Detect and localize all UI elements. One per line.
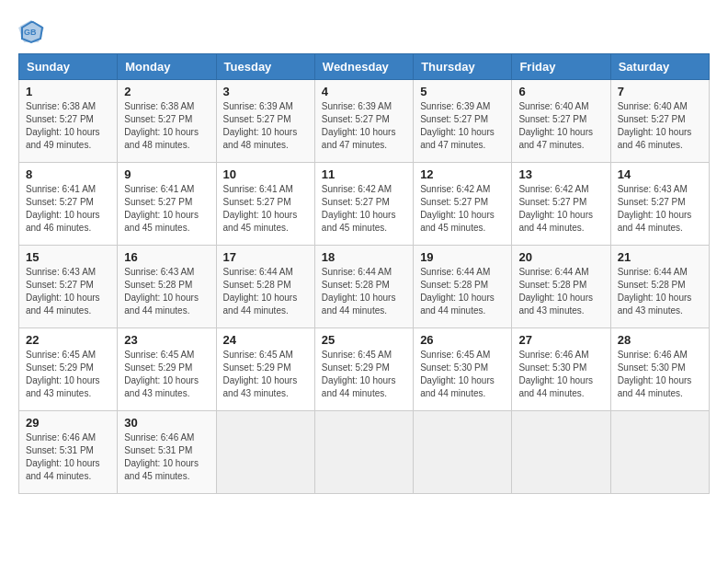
day-number: 10 [223, 167, 308, 181]
calendar-day-14: 14Sunrise: 6:43 AM Sunset: 5:27 PM Dayli… [610, 163, 709, 246]
day-number: 22 [26, 333, 110, 347]
calendar-day-12: 12Sunrise: 6:42 AM Sunset: 5:27 PM Dayli… [414, 163, 512, 246]
day-number: 12 [420, 167, 505, 181]
calendar-day-23: 23Sunrise: 6:45 AM Sunset: 5:29 PM Dayli… [118, 328, 216, 411]
day-number: 2 [124, 85, 209, 98]
day-detail: Sunrise: 6:39 AM Sunset: 5:27 PM Dayligh… [223, 100, 308, 152]
calendar-day-22: 22Sunrise: 6:45 AM Sunset: 5:29 PM Dayli… [19, 328, 118, 411]
day-detail: Sunrise: 6:43 AM Sunset: 5:27 PM Dayligh… [26, 266, 110, 317]
header-monday: Monday [118, 54, 216, 80]
day-number: 13 [518, 167, 603, 181]
calendar-day-4: 4Sunrise: 6:39 AM Sunset: 5:27 PM Daylig… [314, 80, 413, 163]
day-detail: Sunrise: 6:45 AM Sunset: 5:30 PM Dayligh… [420, 349, 505, 400]
day-number: 28 [618, 333, 702, 347]
day-detail: Sunrise: 6:41 AM Sunset: 5:27 PM Dayligh… [223, 183, 308, 235]
calendar-day-7: 7Sunrise: 6:40 AM Sunset: 5:27 PM Daylig… [610, 80, 709, 163]
calendar-empty [216, 411, 314, 494]
day-number: 14 [618, 167, 702, 181]
calendar-empty [314, 411, 413, 494]
calendar-day-3: 3Sunrise: 6:39 AM Sunset: 5:27 PM Daylig… [216, 80, 314, 163]
day-detail: Sunrise: 6:44 AM Sunset: 5:28 PM Dayligh… [322, 266, 406, 317]
day-number: 20 [518, 250, 603, 264]
day-detail: Sunrise: 6:41 AM Sunset: 5:27 PM Dayligh… [124, 183, 209, 235]
day-number: 19 [420, 250, 505, 264]
calendar-day-28: 28Sunrise: 6:46 AM Sunset: 5:30 PM Dayli… [610, 328, 709, 411]
day-detail: Sunrise: 6:42 AM Sunset: 5:27 PM Dayligh… [518, 183, 603, 235]
calendar-day-9: 9Sunrise: 6:41 AM Sunset: 5:27 PM Daylig… [118, 163, 216, 246]
day-detail: Sunrise: 6:45 AM Sunset: 5:29 PM Dayligh… [322, 349, 406, 400]
day-detail: Sunrise: 6:44 AM Sunset: 5:28 PM Dayligh… [518, 266, 603, 317]
day-number: 4 [322, 85, 406, 98]
day-number: 27 [518, 333, 603, 347]
day-number: 7 [618, 85, 702, 98]
calendar-day-13: 13Sunrise: 6:42 AM Sunset: 5:27 PM Dayli… [512, 163, 610, 246]
calendar-day-10: 10Sunrise: 6:41 AM Sunset: 5:27 PM Dayli… [216, 163, 314, 246]
header-thursday: Thursday [414, 54, 512, 80]
calendar-day-1: 1Sunrise: 6:38 AM Sunset: 5:27 PM Daylig… [19, 80, 118, 163]
calendar-day-21: 21Sunrise: 6:44 AM Sunset: 5:28 PM Dayli… [610, 246, 709, 328]
day-detail: Sunrise: 6:44 AM Sunset: 5:28 PM Dayligh… [618, 266, 702, 317]
calendar-day-27: 27Sunrise: 6:46 AM Sunset: 5:30 PM Dayli… [512, 328, 610, 411]
day-detail: Sunrise: 6:39 AM Sunset: 5:27 PM Dayligh… [322, 100, 406, 152]
day-detail: Sunrise: 6:46 AM Sunset: 5:31 PM Dayligh… [26, 431, 110, 483]
day-number: 1 [26, 85, 110, 98]
day-number: 16 [124, 250, 209, 264]
day-number: 25 [322, 333, 406, 347]
calendar-week-1: 1Sunrise: 6:38 AM Sunset: 5:27 PM Daylig… [19, 80, 710, 163]
calendar-week-2: 8Sunrise: 6:41 AM Sunset: 5:27 PM Daylig… [19, 163, 710, 246]
calendar-day-24: 24Sunrise: 6:45 AM Sunset: 5:29 PM Dayli… [216, 328, 314, 411]
day-detail: Sunrise: 6:43 AM Sunset: 5:28 PM Dayligh… [124, 266, 209, 317]
calendar-week-3: 15Sunrise: 6:43 AM Sunset: 5:27 PM Dayli… [19, 246, 710, 328]
header-sunday: Sunday [19, 54, 118, 80]
calendar-day-16: 16Sunrise: 6:43 AM Sunset: 5:28 PM Dayli… [118, 246, 216, 328]
day-detail: Sunrise: 6:45 AM Sunset: 5:29 PM Dayligh… [223, 349, 308, 400]
day-number: 6 [518, 85, 603, 98]
calendar-day-8: 8Sunrise: 6:41 AM Sunset: 5:27 PM Daylig… [19, 163, 118, 246]
day-detail: Sunrise: 6:46 AM Sunset: 5:31 PM Dayligh… [124, 431, 209, 483]
day-number: 17 [223, 250, 308, 264]
day-detail: Sunrise: 6:38 AM Sunset: 5:27 PM Dayligh… [26, 100, 110, 152]
logo-icon: GB [18, 18, 44, 44]
calendar-day-5: 5Sunrise: 6:39 AM Sunset: 5:27 PM Daylig… [414, 80, 512, 163]
calendar-day-26: 26Sunrise: 6:45 AM Sunset: 5:30 PM Dayli… [414, 328, 512, 411]
day-detail: Sunrise: 6:40 AM Sunset: 5:27 PM Dayligh… [518, 100, 603, 152]
day-detail: Sunrise: 6:46 AM Sunset: 5:30 PM Dayligh… [518, 349, 603, 400]
svg-text:GB: GB [24, 28, 37, 37]
calendar-day-2: 2Sunrise: 6:38 AM Sunset: 5:27 PM Daylig… [118, 80, 216, 163]
day-detail: Sunrise: 6:46 AM Sunset: 5:30 PM Dayligh… [618, 349, 702, 400]
calendar-day-29: 29Sunrise: 6:46 AM Sunset: 5:31 PM Dayli… [19, 411, 118, 494]
calendar-day-18: 18Sunrise: 6:44 AM Sunset: 5:28 PM Dayli… [314, 246, 413, 328]
day-detail: Sunrise: 6:41 AM Sunset: 5:27 PM Dayligh… [26, 183, 110, 235]
header-saturday: Saturday [610, 54, 709, 80]
day-number: 18 [322, 250, 406, 264]
header-wednesday: Wednesday [314, 54, 413, 80]
day-detail: Sunrise: 6:39 AM Sunset: 5:27 PM Dayligh… [420, 100, 505, 152]
day-number: 21 [618, 250, 702, 264]
day-number: 11 [322, 167, 406, 181]
calendar-day-17: 17Sunrise: 6:44 AM Sunset: 5:28 PM Dayli… [216, 246, 314, 328]
calendar-table: SundayMondayTuesdayWednesdayThursdayFrid… [18, 53, 710, 494]
day-detail: Sunrise: 6:44 AM Sunset: 5:28 PM Dayligh… [223, 266, 308, 317]
day-detail: Sunrise: 6:43 AM Sunset: 5:27 PM Dayligh… [618, 183, 702, 235]
header-tuesday: Tuesday [216, 54, 314, 80]
calendar-week-5: 29Sunrise: 6:46 AM Sunset: 5:31 PM Dayli… [19, 411, 710, 494]
day-number: 5 [420, 85, 505, 98]
calendar-week-4: 22Sunrise: 6:45 AM Sunset: 5:29 PM Dayli… [19, 328, 710, 411]
page-header: GB [18, 18, 710, 44]
day-number: 30 [124, 416, 209, 430]
day-detail: Sunrise: 6:45 AM Sunset: 5:29 PM Dayligh… [124, 349, 209, 400]
day-number: 24 [223, 333, 308, 347]
day-detail: Sunrise: 6:44 AM Sunset: 5:28 PM Dayligh… [420, 266, 505, 317]
calendar-day-20: 20Sunrise: 6:44 AM Sunset: 5:28 PM Dayli… [512, 246, 610, 328]
calendar-day-19: 19Sunrise: 6:44 AM Sunset: 5:28 PM Dayli… [414, 246, 512, 328]
calendar-day-6: 6Sunrise: 6:40 AM Sunset: 5:27 PM Daylig… [512, 80, 610, 163]
calendar-header-row: SundayMondayTuesdayWednesdayThursdayFrid… [19, 54, 710, 80]
day-detail: Sunrise: 6:42 AM Sunset: 5:27 PM Dayligh… [322, 183, 406, 235]
day-detail: Sunrise: 6:40 AM Sunset: 5:27 PM Dayligh… [618, 100, 702, 152]
header-friday: Friday [512, 54, 610, 80]
day-number: 15 [26, 250, 110, 264]
calendar-day-11: 11Sunrise: 6:42 AM Sunset: 5:27 PM Dayli… [314, 163, 413, 246]
day-detail: Sunrise: 6:45 AM Sunset: 5:29 PM Dayligh… [26, 349, 110, 400]
day-number: 26 [420, 333, 505, 347]
calendar-day-15: 15Sunrise: 6:43 AM Sunset: 5:27 PM Dayli… [19, 246, 118, 328]
